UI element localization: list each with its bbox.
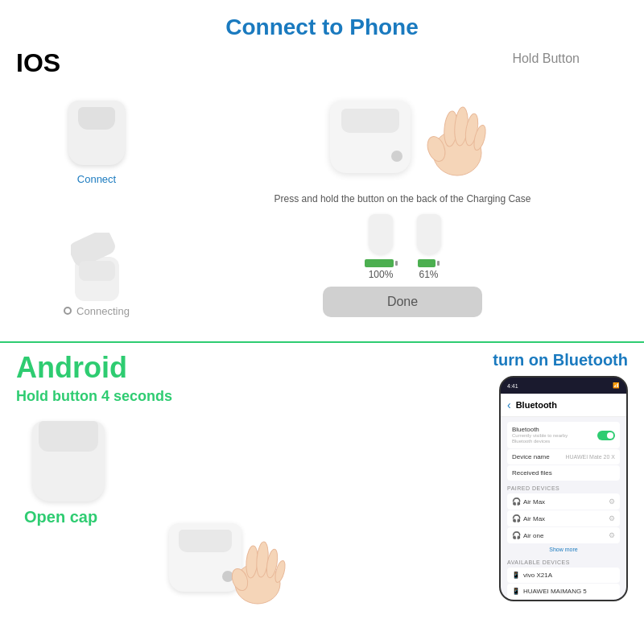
- gear-icon-2[interactable]: ⚙: [609, 514, 615, 522]
- hand-icon: [411, 93, 491, 189]
- battery-percent-100: 100%: [369, 269, 394, 280]
- earbuds-case-open: [71, 233, 123, 305]
- available-1-label: vivo X21A: [523, 572, 552, 579]
- phone-header: ‹ Bluetooth: [501, 394, 626, 417]
- phone-mockup: 4:41 📶 ‹ Bluetooth Bluetooth: [499, 376, 628, 601]
- case-hand-container: [314, 93, 491, 189]
- bluetooth-row-labels: Bluetooth Currently visible to nearby Bl…: [512, 426, 584, 444]
- earbuds-case-with-button: [330, 101, 411, 173]
- paired-device-1: 🎧 Air Max ⚙: [507, 493, 620, 510]
- android-hand-icon: [225, 531, 290, 612]
- ios-right-panel: Press and hold the button on the back of…: [177, 85, 628, 206]
- earbud-left: [369, 214, 393, 254]
- battery-row: 100% 61%: [365, 214, 441, 280]
- header: Connect to Phone: [0, 0, 644, 48]
- available-device-2: 📱 HUAWEI MAIMANG 5: [507, 584, 620, 599]
- bluetooth-toggle[interactable]: [597, 431, 615, 440]
- earbud-right: [417, 214, 441, 254]
- connecting-row: Connecting: [64, 305, 130, 317]
- hold-4sec-label: Hold button 4 seconds: [16, 388, 322, 405]
- phone-content: Bluetooth Currently visible to nearby Bl…: [501, 417, 626, 601]
- paired-device-2: 🎧 Air Max ⚙: [507, 510, 620, 526]
- back-arrow-icon[interactable]: ‹: [507, 398, 511, 411]
- airpods-icon-1: 🎧: [512, 497, 521, 506]
- phone-status-icons: 📶: [613, 382, 620, 389]
- android-label: Android: [16, 351, 127, 384]
- connecting-label: Connecting: [76, 305, 130, 317]
- hold-button-label: Hold Button: [512, 52, 580, 66]
- open-cap-case: [32, 421, 105, 502]
- page: Connect to Phone IOS Hold Button Connect: [0, 0, 644, 644]
- phone-time: 4:41: [507, 383, 518, 389]
- ios-left-panel: Connect: [16, 85, 177, 185]
- android-right-panel: turn on Bluetooth 4:41 📶 ‹ Bluetooth: [322, 351, 628, 636]
- earbuds-case-closed: [68, 101, 125, 165]
- android-left-panel: Android Hold button 4 seconds Open cap: [16, 351, 322, 636]
- case-button: [391, 151, 402, 162]
- bt-label: Bluetooth: [512, 426, 584, 433]
- done-button[interactable]: Done: [323, 287, 482, 317]
- phone-header-title: Bluetooth: [516, 400, 557, 410]
- paired-3-label: Air one: [523, 532, 543, 539]
- airpods-icon-2: 🎧: [512, 514, 521, 522]
- airpods-icon-3: 🎧: [512, 531, 521, 539]
- press-hold-text: Press and hold the button on the back of…: [275, 192, 531, 206]
- battery-bar-61: [418, 259, 440, 267]
- paired-device-3: 🎧 Air one ⚙: [507, 527, 620, 543]
- phone-signal: 📶: [613, 382, 620, 389]
- android-section: Android Hold button 4 seconds Open cap: [0, 343, 644, 644]
- available-device-1: 📱 vivo X21A: [507, 568, 620, 583]
- battery-nub: [395, 261, 398, 266]
- bt-subtitle: Currently visible to nearby Bluetooth de…: [512, 433, 584, 444]
- android-case-container: Open cap: [16, 421, 322, 526]
- ios-section: IOS Hold Button Connect: [0, 48, 644, 343]
- ios-label: IOS: [16, 48, 60, 78]
- bt-device-icon-1: 📱: [512, 572, 520, 579]
- battery-fill-61: [418, 259, 436, 267]
- available-2-label: HUAWEI MAIMANG 5: [523, 588, 587, 595]
- received-files-label: Received files: [512, 469, 552, 477]
- svg-rect-8: [79, 261, 115, 281]
- bt-device-icon-2: 📱: [512, 588, 520, 595]
- battery-item-right: 61%: [417, 214, 441, 280]
- open-cap-lid: [39, 421, 98, 452]
- battery-percent-61: 61%: [419, 269, 438, 280]
- gear-icon-1[interactable]: ⚙: [609, 497, 615, 506]
- device-name-value: HUAWEI Mate 20 X: [565, 454, 615, 460]
- show-more-label[interactable]: Show more: [507, 544, 620, 555]
- ios-bottom-right: 100% 61% Done: [177, 214, 628, 317]
- ios-top-row: Connect: [16, 85, 628, 206]
- paired-1-label: Air Max: [523, 498, 545, 506]
- connecting-dot: [64, 307, 72, 315]
- battery-fill-100: [365, 259, 394, 267]
- connect-label: Connect: [77, 173, 116, 185]
- ios-bottom-left: Connecting: [16, 233, 177, 317]
- ios-bottom-row: Connecting 100%: [16, 214, 628, 317]
- available-devices-section: AVAILABLE DEVICES: [507, 559, 620, 565]
- phone-status-bar: 4:41 📶: [501, 378, 626, 394]
- battery-bar-100: [365, 259, 398, 267]
- received-files-row: Received files: [507, 465, 620, 481]
- open-cap-label: Open cap: [24, 508, 97, 526]
- turn-on-bluetooth-label: turn on Bluetooth: [493, 351, 628, 369]
- battery-item-left: 100%: [365, 214, 398, 280]
- bluetooth-toggle-row: Bluetooth Currently visible to nearby Bl…: [507, 422, 620, 448]
- device-name-row: Device name HUAWEI Mate 20 X: [507, 449, 620, 464]
- device-name-label: Device name: [512, 453, 550, 460]
- android-case-hand-container: [161, 515, 290, 620]
- gear-icon-3[interactable]: ⚙: [609, 531, 615, 539]
- battery-nub-61: [437, 261, 440, 266]
- page-title: Connect to Phone: [225, 14, 419, 39]
- paired-devices-section: PAIRED DEVICES: [507, 485, 620, 491]
- paired-2-label: Air Max: [523, 515, 545, 522]
